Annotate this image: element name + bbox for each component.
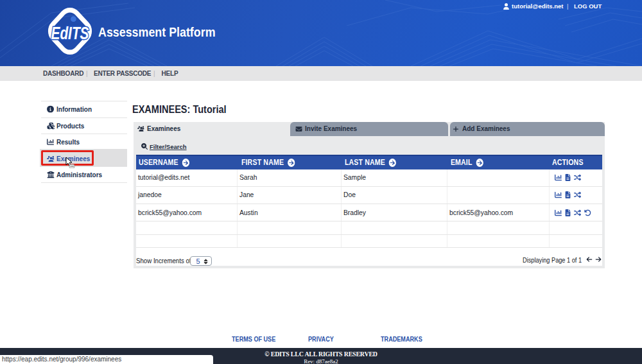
svg-text:EdITS: EdITS (51, 23, 89, 43)
